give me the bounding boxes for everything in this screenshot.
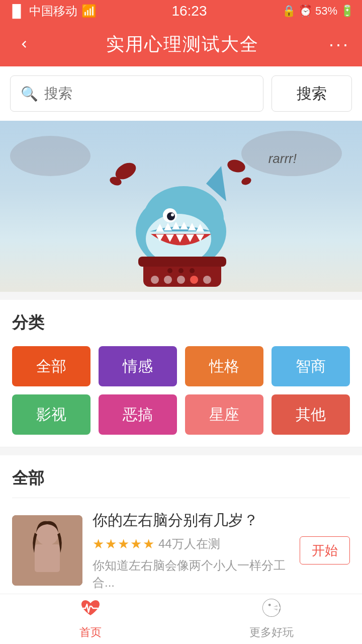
item-1-thumbnail (12, 515, 82, 586)
battery-icon: 🔋 (340, 5, 354, 18)
category-emotion[interactable]: 情感 (99, 346, 177, 386)
status-bar: ▐▌ 中国移动 📶 16:23 🔒 ⏰ 53% 🔋 (0, 0, 362, 22)
status-left: ▐▌ 中国移动 📶 (8, 3, 97, 19)
bottom-nav-more[interactable]: 更多好玩 (181, 598, 362, 640)
carrier-name: 中国移动 (29, 3, 77, 19)
bottom-nav-home[interactable]: 首页 (0, 598, 181, 640)
banner-dot-3 (177, 276, 185, 284)
category-all[interactable]: 全部 (12, 346, 90, 386)
category-humor[interactable]: 恶搞 (99, 394, 177, 435)
svg-rect-23 (138, 257, 226, 267)
svg-point-3 (240, 176, 252, 186)
svg-point-2 (226, 158, 247, 174)
svg-rect-29 (35, 544, 60, 572)
alarm-icon: ⏰ (299, 5, 312, 18)
list-item: 你的左右脑分别有几岁？ ★★★★★ 44万人在测 你知道左右脑会像两个小人一样分… (12, 498, 350, 603)
divider (0, 447, 362, 447)
banner-dot-5 (203, 276, 211, 284)
category-personality[interactable]: 性格 (185, 346, 263, 386)
search-input[interactable] (44, 86, 253, 102)
lock-icon: 🔒 (282, 5, 296, 18)
nav-bar: 实用心理测试大全 ··· (0, 22, 362, 66)
categories-title: 分类 (12, 312, 350, 334)
search-bar: 🔍 搜索 (0, 66, 362, 121)
home-label: 首页 (79, 625, 102, 640)
pacman-svg (262, 598, 281, 617)
back-icon (17, 37, 31, 51)
banner-dots (151, 276, 211, 284)
home-icon (79, 598, 102, 622)
category-film[interactable]: 影视 (12, 394, 90, 435)
category-iq[interactable]: 智商 (272, 346, 350, 386)
categories-section: 分类 全部 情感 性格 智商 影视 恶搞 星座 其他 (0, 300, 362, 447)
item-1-title: 你的左右脑分别有几岁？ (93, 510, 290, 531)
item-1-count: 44万人在测 (158, 536, 220, 552)
svg-point-47 (268, 604, 271, 606)
banner: rarrr! (0, 121, 362, 292)
svg-point-21 (171, 213, 174, 216)
search-button[interactable]: 搜索 (272, 75, 352, 112)
banner-dot-2 (164, 276, 172, 284)
banner-dot-4 (190, 276, 198, 284)
list-section-title: 全部 (12, 467, 350, 498)
search-icon: 🔍 (21, 86, 38, 102)
bottom-nav: 首页 更多好玩 (0, 594, 362, 644)
back-button[interactable] (12, 32, 36, 56)
signal-icon: ▐▌ (8, 4, 25, 18)
category-horoscope[interactable]: 星座 (185, 394, 263, 435)
heart-svg (79, 598, 102, 617)
shark-illustration (96, 141, 266, 292)
battery-level: 53% (315, 5, 337, 18)
thumb-1-image (12, 515, 82, 586)
status-time: 16:23 (171, 3, 207, 19)
banner-dot-1 (151, 276, 159, 284)
svg-point-20 (167, 212, 175, 220)
more-button[interactable]: ··· (329, 34, 350, 55)
stars-icon-1: ★★★★★ (93, 536, 155, 552)
item-1-stars: ★★★★★ 44万人在测 (93, 536, 290, 552)
more-games-icon (262, 598, 281, 622)
more-label: 更多好玩 (249, 625, 294, 640)
item-1-desc: 你知道左右脑会像两个小人一样分工合... (93, 557, 290, 591)
svg-point-25 (178, 268, 184, 273)
category-other[interactable]: 其他 (272, 394, 350, 435)
svg-point-26 (190, 268, 195, 273)
category-grid: 全部 情感 性格 智商 影视 恶搞 星座 其他 (12, 346, 350, 447)
search-input-wrap[interactable]: 🔍 (10, 75, 263, 112)
item-1-action: 开始 (300, 536, 350, 565)
wifi-icon: 📶 (81, 4, 97, 18)
status-right: 🔒 ⏰ 53% 🔋 (282, 5, 354, 18)
svg-point-24 (167, 268, 172, 273)
start-button-1[interactable]: 开始 (300, 536, 350, 565)
cloud-left (10, 136, 90, 176)
rarrr-text: rarrr! (268, 151, 297, 167)
item-1-content: 你的左右脑分别有几岁？ ★★★★★ 44万人在测 你知道左右脑会像两个小人一样分… (93, 510, 290, 591)
page-title: 实用心理测试大全 (106, 32, 259, 57)
